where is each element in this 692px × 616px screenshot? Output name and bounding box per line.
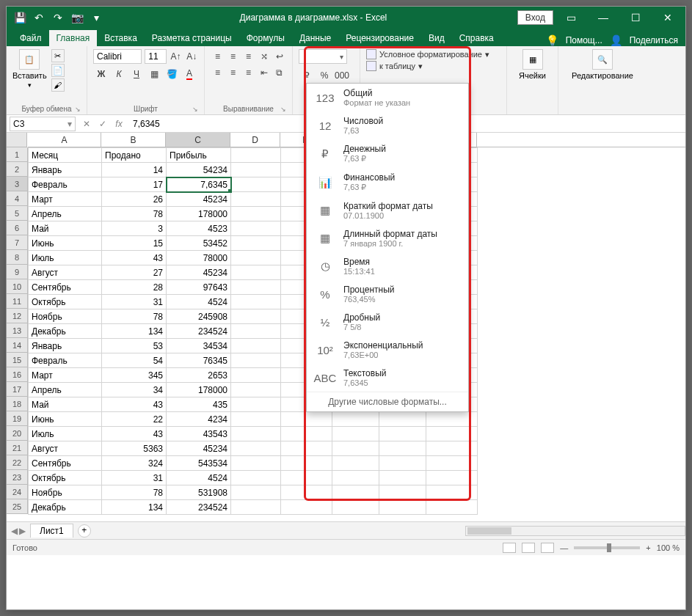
cell[interactable]: 78: [102, 309, 167, 324]
row-header[interactable]: 22: [7, 455, 27, 470]
cell[interactable]: Октябрь: [29, 295, 102, 309]
tab-data[interactable]: Данные: [292, 30, 338, 46]
font-name-combo[interactable]: Calibri: [93, 49, 142, 64]
row-header[interactable]: 12: [7, 309, 27, 323]
format-painter-icon[interactable]: 🖌: [51, 78, 65, 92]
row-header[interactable]: 17: [7, 382, 27, 397]
increase-font-icon[interactable]: A↑: [170, 49, 183, 64]
cell[interactable]: [332, 500, 379, 515]
cell[interactable]: 4234: [167, 412, 231, 427]
row-header[interactable]: 21: [7, 441, 27, 455]
cell[interactable]: [231, 456, 281, 471]
cell[interactable]: [231, 353, 281, 368]
cell[interactable]: 345: [102, 368, 167, 383]
cell[interactable]: Февраль: [29, 177, 102, 192]
cells-button[interactable]: ▦Ячейки: [513, 49, 552, 80]
row-header[interactable]: 15: [7, 353, 27, 367]
zoom-level[interactable]: 100 %: [657, 543, 680, 552]
fx-icon[interactable]: fx: [111, 119, 127, 129]
cell[interactable]: [281, 500, 332, 515]
cell[interactable]: [332, 485, 379, 500]
conditional-formatting-button[interactable]: Условное форматирование ▾: [366, 49, 500, 59]
format-option[interactable]: ▦Длинный формат даты7 января 1900 г.: [307, 224, 468, 252]
row-header[interactable]: 25: [7, 499, 27, 514]
cell[interactable]: Ноябрь: [29, 485, 102, 500]
tab-review[interactable]: Рецензирование: [338, 30, 421, 46]
cell[interactable]: 15: [102, 236, 167, 251]
cell[interactable]: [379, 456, 426, 471]
format-option[interactable]: ABCТекстовый7,6345: [307, 364, 468, 392]
name-box[interactable]: C3▾: [10, 117, 76, 131]
cell[interactable]: [231, 236, 281, 251]
cell[interactable]: [426, 485, 478, 500]
cell[interactable]: [231, 500, 281, 515]
cell[interactable]: 76345: [167, 353, 231, 368]
tab-help[interactable]: Справка: [452, 30, 501, 46]
format-option[interactable]: ₽Денежный7,63 ₽: [307, 139, 468, 168]
cell[interactable]: [426, 500, 478, 515]
cell[interactable]: 78: [102, 485, 167, 500]
format-option[interactable]: ½Дробный7 5/8: [307, 308, 468, 336]
cell[interactable]: [332, 456, 379, 471]
cell[interactable]: 43543: [167, 427, 231, 441]
cell[interactable]: Май: [29, 221, 102, 236]
format-option[interactable]: 📊Финансовый7,63 ₽: [307, 168, 468, 197]
column-header[interactable]: B: [101, 133, 166, 147]
camera-icon[interactable]: 📷: [70, 10, 84, 25]
cell[interactable]: 234524: [167, 500, 231, 515]
cell[interactable]: Сентябрь: [29, 280, 102, 295]
row-header[interactable]: 6: [7, 221, 27, 235]
format-option[interactable]: %Процентный763,45%: [307, 280, 468, 308]
cell[interactable]: 435: [167, 397, 231, 412]
bold-button[interactable]: Ж: [93, 67, 109, 81]
row-header[interactable]: 11: [7, 294, 27, 309]
cell[interactable]: 245908: [167, 309, 231, 324]
cell[interactable]: Ноябрь: [29, 309, 102, 324]
redo-icon[interactable]: ↷: [51, 10, 65, 25]
cell[interactable]: Апрель: [29, 207, 102, 221]
format-option[interactable]: 123ОбщийФормат не указан: [307, 84, 468, 111]
cell[interactable]: [379, 441, 426, 456]
wrap-text-icon[interactable]: ↩: [272, 49, 286, 64]
row-header[interactable]: 10: [7, 279, 27, 294]
format-option[interactable]: 12Числовой7,63: [307, 111, 468, 139]
cell[interactable]: [231, 397, 281, 412]
select-all-corner[interactable]: [7, 133, 27, 147]
cell[interactable]: 45234: [167, 265, 231, 280]
row-header[interactable]: 9: [7, 265, 27, 279]
cell[interactable]: 45234: [167, 192, 231, 207]
cell[interactable]: [281, 441, 332, 456]
horizontal-scrollbar[interactable]: [465, 526, 685, 536]
cell[interactable]: [231, 265, 281, 280]
share-button[interactable]: Поделиться: [630, 35, 678, 45]
cell[interactable]: [426, 456, 478, 471]
align-top-icon[interactable]: ≡: [211, 49, 225, 64]
cell[interactable]: 2653: [167, 368, 231, 383]
cell[interactable]: 28: [102, 280, 167, 295]
row-header[interactable]: 19: [7, 411, 27, 426]
cell[interactable]: 78000: [167, 251, 231, 265]
cell[interactable]: [281, 456, 332, 471]
qat-more-icon[interactable]: ▾: [89, 10, 103, 25]
cell[interactable]: Месяц: [29, 148, 102, 163]
row-header[interactable]: 1: [7, 147, 27, 162]
row-header[interactable]: 8: [7, 250, 27, 265]
cell[interactable]: [231, 280, 281, 295]
maximize-icon[interactable]: ☐: [621, 7, 650, 29]
underline-button[interactable]: Ч: [128, 67, 145, 81]
cell[interactable]: [281, 471, 332, 485]
cell[interactable]: Октябрь: [29, 471, 102, 485]
cell[interactable]: [379, 471, 426, 485]
cell[interactable]: [231, 177, 281, 192]
border-button[interactable]: ▦: [146, 67, 162, 81]
cell[interactable]: 134: [102, 324, 167, 339]
cell[interactable]: Май: [29, 397, 102, 412]
cell[interactable]: 178000: [167, 383, 231, 397]
align-right-icon[interactable]: ≡: [241, 65, 255, 80]
cell[interactable]: [231, 485, 281, 500]
cell[interactable]: 543534: [167, 456, 231, 471]
cell[interactable]: 26: [102, 192, 167, 207]
format-as-table-button[interactable]: к таблицу ▾: [366, 61, 500, 71]
merge-icon[interactable]: ⧉: [272, 65, 286, 80]
sheet-next-icon[interactable]: ▶: [19, 526, 26, 536]
